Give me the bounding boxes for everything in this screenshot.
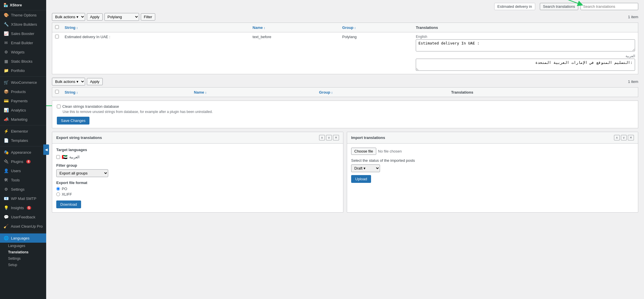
clean-strings-checkbox[interactable]: [57, 105, 61, 108]
portfolio-icon: 📁: [3, 68, 9, 73]
th-string-1[interactable]: String: [62, 23, 250, 32]
import-panel-body: Choose file No file chosen Select the st…: [347, 144, 638, 187]
insights-icon: 💡: [3, 205, 9, 210]
save-changes-btn[interactable]: Save Changes: [57, 117, 89, 125]
search-translations-input[interactable]: [581, 3, 638, 10]
sidebar-sub-languages[interactable]: Languages: [0, 243, 46, 249]
clean-strings-desc: Use this to remove unused strings from d…: [63, 110, 633, 114]
th-string-2[interactable]: String: [62, 88, 191, 97]
arabic-checkbox[interactable]: [56, 155, 60, 159]
sidebar-item-marketing[interactable]: 📣 Marketing: [0, 115, 46, 124]
import-collapse-up-btn[interactable]: ∧: [614, 135, 620, 140]
sidebar-item-email-builder[interactable]: ✉ Email Builder: [0, 38, 46, 47]
sidebar-item-theme-options[interactable]: 🎨 Theme Options: [0, 10, 46, 20]
upload-btn[interactable]: Upload: [351, 175, 371, 183]
sidebar-sub-settings[interactable]: Settings: [0, 255, 46, 262]
import-collapse-down-btn[interactable]: ∨: [621, 135, 627, 140]
arabic-lang-checkbox: 🇦🇪 العربية: [56, 154, 339, 160]
sidebar-item-wp-mail-smtp[interactable]: 📧 WP Mail SMTP: [0, 194, 46, 203]
sidebar-divider-4: [0, 232, 46, 232]
format-po-radio[interactable]: [56, 187, 60, 191]
search-translations-button[interactable]: Search translations: [540, 3, 578, 10]
sidebar-collapse-btn[interactable]: ◀: [43, 144, 49, 155]
widgets-icon: ⚙: [3, 50, 9, 54]
email-builder-icon: ✉: [3, 40, 9, 45]
settings-icon: ⚙: [3, 187, 9, 192]
th-name-1[interactable]: Name: [250, 23, 339, 32]
sidebar-item-sales-booster[interactable]: 📈 Sales Booster: [0, 29, 46, 38]
import-status-select[interactable]: Draft ▾PublishedPending: [351, 164, 380, 172]
sidebar-item-settings[interactable]: ⚙ Settings: [0, 185, 46, 194]
th-group-2[interactable]: Group: [316, 88, 448, 97]
sidebar-sub-translations[interactable]: Translations: [0, 249, 46, 255]
apply-btn-2[interactable]: Apply: [87, 78, 103, 85]
sidebar-item-insights[interactable]: 💡 Insights 5: [0, 203, 46, 212]
woocommerce-icon: 🛒: [3, 80, 9, 85]
sidebar-item-analytics[interactable]: 📊 Analytics: [0, 105, 46, 115]
lang-label-arabic: العربية: [416, 54, 635, 58]
sidebar-item-elementor[interactable]: ⚡ Elementor: [0, 127, 46, 136]
sidebar-item-languages[interactable]: 🌐 Languages: [0, 233, 46, 243]
row-translations-1: English Estimated delivery In UAE : العر…: [413, 32, 638, 74]
bulk-actions-select-1[interactable]: Bulk actions ▾: [52, 13, 85, 21]
row-checkbox-1[interactable]: [55, 35, 59, 38]
row-group-1: Polylang: [339, 32, 413, 74]
no-file-text: No file chosen: [378, 149, 402, 153]
translation-input-arabic[interactable]: :التسليم المتوقع في الإمارات العربية الم…: [416, 59, 635, 71]
select-all-checkbox-1[interactable]: [55, 25, 59, 29]
theme-options-icon: 🎨: [3, 13, 9, 17]
item-count-1: 1 item: [628, 15, 638, 19]
export-close-btn[interactable]: ✕: [333, 135, 339, 140]
export-panel-title: Export string translations: [56, 135, 102, 140]
asset-cleanup-icon: 🧹: [3, 224, 8, 229]
sidebar-item-appearance[interactable]: 🎭 Appearance: [0, 148, 46, 157]
apply-btn-1[interactable]: Apply: [87, 13, 103, 21]
sidebar-item-plugins[interactable]: 🔌 Plugins 4: [0, 157, 46, 166]
export-panel: Export string translations ∧ ∨ ✕ Target …: [52, 132, 343, 213]
bulk-actions-select-2[interactable]: Bulk actions ▾: [52, 78, 85, 86]
translation-input-english[interactable]: Estimated delivery In UAE :: [416, 39, 635, 51]
sidebar-item-xstore-builders[interactable]: 🔧 XStore Builders: [0, 20, 46, 29]
download-btn[interactable]: Download: [56, 200, 81, 208]
th-translations-2: Translations: [448, 88, 638, 97]
tools-icon: 🛠: [3, 178, 9, 182]
sidebar-divider-3: [0, 146, 46, 146]
appearance-icon: 🎭: [3, 150, 9, 155]
format-xliff-row: XLIFF: [56, 192, 339, 196]
sidebar-item-payments[interactable]: 💳 Payments: [0, 96, 46, 105]
sidebar: 🏪 XStore 🎨 Theme Options 🔧 XStore Builde…: [0, 0, 46, 299]
sidebar-item-portfolio[interactable]: 📁 Portfolio: [0, 66, 46, 75]
sidebar-item-woocommerce[interactable]: 🛒 WooCommerce: [0, 78, 46, 87]
translations-table-1: String Name Group Translations Estimated…: [52, 23, 638, 74]
select-all-checkbox-2[interactable]: [55, 90, 59, 94]
sidebar-item-asset-cleanup[interactable]: 🧹 Asset CleanUp Pro: [0, 222, 46, 231]
top-bar: Estimated delivery in Search translation…: [52, 3, 638, 10]
sidebar-item-static-blocks[interactable]: ▦ Static Blocks: [0, 57, 46, 66]
sidebar-item-userfeedback[interactable]: 💬 UserFeedback: [0, 212, 46, 222]
export-panel-header: Export string translations ∧ ∨ ✕: [52, 132, 343, 144]
choose-file-btn[interactable]: Choose file: [351, 148, 376, 155]
th-group-1[interactable]: Group: [339, 23, 413, 32]
th-name-2[interactable]: Name: [191, 88, 316, 97]
filter-group-select[interactable]: Export all groups: [56, 169, 108, 177]
sidebar-item-templates[interactable]: 📄 Templates: [0, 136, 46, 145]
import-panel-controls: ∧ ∨ ✕: [614, 135, 634, 140]
format-xliff-radio[interactable]: [56, 192, 60, 196]
import-close-btn[interactable]: ✕: [628, 135, 634, 140]
table2-toolbar: Bulk actions ▾ Apply 1 item: [52, 78, 638, 86]
panels-row: Export string translations ∧ ∨ ✕ Target …: [52, 132, 638, 213]
target-languages-label: Target languages: [56, 148, 339, 152]
import-panel-title: Import translations: [351, 135, 385, 140]
sidebar-item-products[interactable]: 📦 Products: [0, 87, 46, 96]
sidebar-item-widgets[interactable]: ⚙ Widgets: [0, 47, 46, 57]
export-collapse-down-btn[interactable]: ∨: [326, 135, 332, 140]
sidebar-item-tools[interactable]: 🛠 Tools: [0, 175, 46, 185]
sidebar-logo: 🏪 XStore: [0, 0, 46, 10]
polylang-select[interactable]: Polylang: [104, 13, 139, 21]
export-collapse-up-btn[interactable]: ∧: [319, 135, 325, 140]
sidebar-item-users[interactable]: 👤 Users: [0, 166, 46, 175]
filter-btn[interactable]: Filter: [141, 13, 156, 21]
arabic-flag: 🇦🇪: [62, 154, 68, 160]
sidebar-sub-setup[interactable]: Setup: [0, 262, 46, 268]
plugins-icon: 🔌: [3, 159, 9, 164]
